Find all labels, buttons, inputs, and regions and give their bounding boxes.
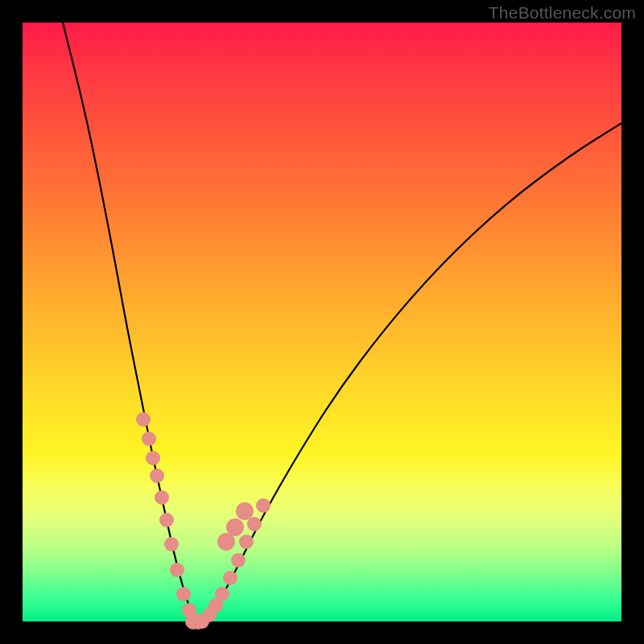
bead — [150, 469, 164, 483]
bead — [239, 535, 254, 549]
bead — [142, 431, 156, 446]
bead-group — [136, 412, 270, 630]
outer-frame: TheBottleneck.com — [0, 0, 644, 644]
bead — [136, 412, 151, 427]
bead — [231, 553, 246, 568]
chart-svg — [23, 23, 621, 621]
bead — [190, 613, 206, 630]
bead — [164, 537, 179, 551]
bead — [223, 571, 237, 585]
bead — [176, 587, 191, 601]
bead — [236, 502, 254, 520]
bead — [217, 533, 235, 551]
bead — [146, 451, 160, 465]
curve-left — [63, 23, 198, 621]
curve-right — [198, 123, 621, 621]
bead — [256, 498, 270, 513]
bead — [215, 587, 229, 601]
plot-area — [23, 23, 621, 621]
bead — [247, 517, 262, 531]
watermark-text: TheBottleneck.com — [489, 3, 636, 23]
bead — [170, 563, 184, 577]
bead — [159, 513, 174, 527]
bead — [155, 490, 169, 505]
